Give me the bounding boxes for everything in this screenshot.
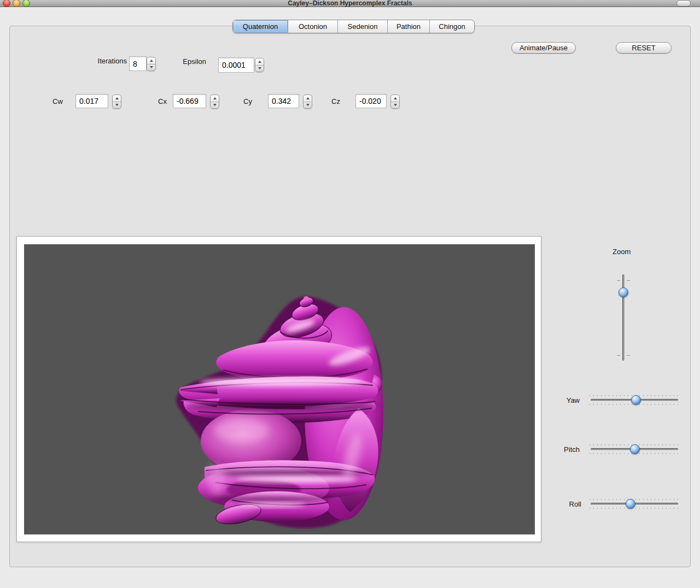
reset-button[interactable]: RESET <box>616 42 672 54</box>
zoom-slider-thumb[interactable] <box>619 287 628 297</box>
stepper-down-icon <box>150 66 153 68</box>
zoom-slider-label: Zoom <box>612 248 631 256</box>
iterations-label: Iterations <box>77 57 127 65</box>
pitch-slider[interactable] <box>591 444 678 454</box>
epsilon-label: Epsilon <box>173 57 206 66</box>
cx-stepper-up[interactable] <box>211 95 219 102</box>
render-frame <box>16 236 541 542</box>
cw-input[interactable] <box>75 94 108 108</box>
stepper-up-icon <box>213 97 217 99</box>
cy-input[interactable] <box>268 94 299 108</box>
tab-chingon-label: Chingon <box>439 22 465 31</box>
stepper-up-icon <box>306 97 310 99</box>
tab-quaternion-label: Quaternion <box>243 22 278 31</box>
stepper-down-icon <box>258 67 261 69</box>
roll-slider-thumb[interactable] <box>626 499 635 509</box>
tick-mark <box>627 355 630 356</box>
cz-stepper-up[interactable] <box>391 95 399 102</box>
stepper-down-icon <box>213 104 217 106</box>
tab-sedenion-label: Sedenion <box>348 22 378 31</box>
cy-stepper-down[interactable] <box>304 102 312 109</box>
tick-row <box>590 499 679 500</box>
epsilon-input[interactable] <box>218 57 254 73</box>
tab-octonion[interactable]: Octonion <box>288 20 337 33</box>
iterations-stepper-up[interactable] <box>147 57 155 64</box>
cw-stepper[interactable] <box>112 95 121 109</box>
animate-pause-button[interactable]: Animate/Pause <box>511 42 576 54</box>
cx-stepper[interactable] <box>210 95 219 109</box>
app-window: { "window": { "title": "Cayley–Dickson H… <box>0 0 700 588</box>
epsilon-stepper-up[interactable] <box>255 58 264 65</box>
tick-mark <box>627 280 630 281</box>
tab-pathion[interactable]: Pathion <box>387 20 429 33</box>
cz-stepper[interactable] <box>390 95 400 109</box>
cy-stepper-up[interactable] <box>304 95 312 102</box>
titlebar-divider <box>0 7 700 8</box>
yaw-slider-thumb[interactable] <box>631 395 641 405</box>
cw-stepper-down[interactable] <box>113 102 121 109</box>
tab-sedenion[interactable]: Sedenion <box>337 20 387 33</box>
stepper-up-icon <box>394 97 397 99</box>
cx-stepper-down[interactable] <box>211 102 219 109</box>
iterations-stepper-down[interactable] <box>147 64 155 71</box>
tick-mark <box>617 280 620 281</box>
titlebar[interactable]: Cayley–Dickson Hypercomplex Fractals <box>0 0 700 7</box>
roll-slider-label: Roll <box>551 500 581 508</box>
fractal-viewport[interactable] <box>24 244 535 534</box>
cw-label: Cw <box>52 97 63 105</box>
yaw-slider[interactable] <box>591 395 678 405</box>
toolbar-toggle-icon[interactable] <box>676 0 691 7</box>
tick-mark <box>617 355 620 356</box>
pitch-slider-thumb[interactable] <box>630 444 640 454</box>
stepper-up-icon <box>115 97 119 99</box>
cx-label: Cx <box>158 97 167 105</box>
cz-stepper-down[interactable] <box>391 102 399 109</box>
pitch-slider-label: Pitch <box>546 445 580 454</box>
iterations-input[interactable] <box>129 56 147 71</box>
cy-stepper[interactable] <box>303 95 312 109</box>
stepper-down-icon <box>394 104 397 106</box>
iterations-stepper[interactable] <box>147 57 156 71</box>
stepper-down-icon <box>115 104 119 106</box>
fractal-render[interactable] <box>24 244 535 534</box>
stepper-up-icon <box>258 61 261 63</box>
roll-slider[interactable] <box>591 499 678 509</box>
cz-input[interactable] <box>355 94 387 108</box>
cx-input[interactable] <box>173 94 206 108</box>
stepper-up-icon <box>150 60 153 62</box>
tab-quaternion[interactable]: Quaternion <box>233 20 288 33</box>
window-title: Cayley–Dickson Hypercomplex Fractals <box>0 0 700 7</box>
tab-chingon[interactable]: Chingon <box>429 20 474 33</box>
yaw-slider-label: Yaw <box>549 396 580 404</box>
cy-label: Cy <box>243 97 252 105</box>
tab-octonion-label: Octonion <box>299 22 327 31</box>
epsilon-stepper[interactable] <box>255 58 264 72</box>
cz-label: Cz <box>331 97 340 105</box>
epsilon-stepper-down[interactable] <box>255 65 264 72</box>
stepper-down-icon <box>306 104 310 106</box>
fractal-type-tabs: Quaternion Octonion Sedenion Pathion Chi… <box>232 20 475 33</box>
cw-stepper-up[interactable] <box>113 95 121 102</box>
tick-row <box>590 508 679 509</box>
zoom-slider[interactable] <box>617 274 630 361</box>
tab-pathion-label: Pathion <box>396 22 421 31</box>
